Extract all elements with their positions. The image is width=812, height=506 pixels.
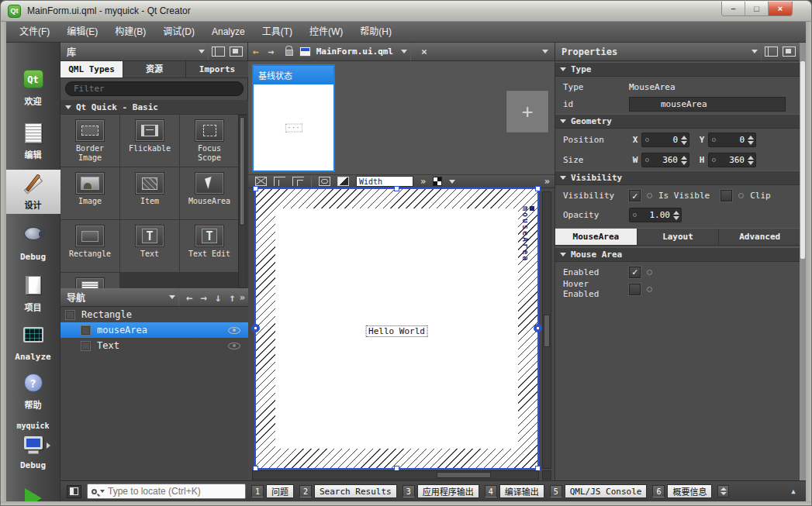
library-item-border-image[interactable]: Border Image <box>60 115 119 167</box>
menu-analyze[interactable]: Analyze <box>203 22 254 42</box>
canvas-hscrollbar[interactable] <box>252 470 539 480</box>
move-right-icon[interactable]: → <box>200 291 206 304</box>
anchor-top-icon[interactable] <box>274 177 285 186</box>
mode-debug[interactable]: Debug <box>6 219 60 265</box>
no-anchors-icon[interactable] <box>255 177 267 186</box>
x-spinbox[interactable]: 0 <box>641 133 689 147</box>
library-item-text-edit[interactable]: T Text Edit <box>180 220 239 272</box>
add-state-button[interactable]: + <box>506 90 549 133</box>
visibility-section-header[interactable]: Visibility <box>555 170 800 185</box>
output-pane-issues[interactable]: 1 问题 <box>251 484 294 498</box>
tab-mousearea[interactable]: MouseArea <box>555 229 638 245</box>
menu-tools[interactable]: 工具(T) <box>254 22 301 42</box>
resize-handle-w[interactable] <box>251 324 260 332</box>
tree-row-text[interactable]: Text <box>60 338 248 353</box>
library-item-mousearea[interactable]: MouseArea <box>180 167 239 219</box>
resize-handle-n[interactable] <box>394 186 399 191</box>
tab-qml-types[interactable]: QML Types <box>60 61 123 77</box>
output-pane-summary[interactable]: 6 概要信息 <box>652 484 712 498</box>
output-pane-app-output[interactable]: 3 应用程序输出 <box>403 484 479 498</box>
mode-welcome[interactable]: Qt 欢迎 <box>6 64 60 110</box>
tab-imports[interactable]: Imports <box>186 61 248 77</box>
library-filter-input[interactable] <box>65 81 244 96</box>
canvas-color-icon[interactable] <box>433 177 442 186</box>
library-item-item[interactable]: Item <box>120 167 179 219</box>
mouse-area-section-header[interactable]: Mouse Area <box>555 247 800 262</box>
split-panel-button[interactable] <box>765 46 778 57</box>
close-panel-button[interactable] <box>230 46 243 57</box>
properties-dropdown-icon[interactable] <box>752 50 758 53</box>
output-pane-qmljs-console[interactable]: 5 QML/JS Console <box>550 484 648 498</box>
item-visibility-checkbox[interactable] <box>81 325 91 336</box>
kit-selector[interactable]: Debug <box>6 432 60 473</box>
mode-analyze[interactable]: Analyze <box>6 319 60 365</box>
form-root-rectangle[interactable]: mouseArea Hello World <box>256 189 537 468</box>
library-scrollbar[interactable] <box>238 115 247 288</box>
toolbar-overflow-icon[interactable]: » <box>420 176 426 187</box>
w-spinbox[interactable]: 360 <box>641 153 689 167</box>
maximize-button[interactable]: □ <box>745 2 769 15</box>
library-item-focus-scope[interactable]: Focus Scope <box>180 115 239 167</box>
back-icon[interactable]: ← <box>253 46 259 57</box>
library-item-flickable[interactable]: Flickable <box>120 115 179 167</box>
binding-indicator-icon[interactable] <box>738 193 744 198</box>
library-section-header[interactable]: Qt Quick - Basic <box>60 100 248 115</box>
navigator-overflow-icon[interactable]: » <box>240 292 245 303</box>
menu-build[interactable]: 构建(B) <box>106 22 154 42</box>
tab-advanced[interactable]: Advanced <box>719 229 800 245</box>
library-item-partial[interactable] <box>60 273 119 288</box>
toggle-sidebar-button[interactable] <box>67 485 81 498</box>
library-item-rectangle[interactable]: Rectangle <box>60 220 119 272</box>
menu-file[interactable]: 文件(F) <box>11 22 58 42</box>
mode-edit[interactable]: 编辑 <box>6 118 60 164</box>
document-filename[interactable]: MainForm.ui.qml <box>316 46 393 57</box>
pane-updown-button[interactable] <box>717 485 729 497</box>
library-dropdown-icon[interactable] <box>199 50 205 53</box>
move-up-icon[interactable]: ↑ <box>229 291 235 304</box>
move-left-icon[interactable]: ← <box>186 291 192 304</box>
type-section-header[interactable]: Type <box>555 62 800 77</box>
document-dropdown-icon[interactable] <box>401 50 407 53</box>
snapping-icon[interactable] <box>319 177 330 186</box>
show-bounding-icon[interactable] <box>337 177 349 186</box>
split-panel-button[interactable] <box>212 46 225 57</box>
binding-indicator-icon[interactable] <box>647 270 652 275</box>
mode-design[interactable]: 设计 <box>6 170 60 214</box>
id-input[interactable] <box>629 97 786 112</box>
tree-row-rectangle[interactable]: Rectangle <box>60 307 248 322</box>
base-state-card[interactable]: 基线状态 ··· <box>252 64 335 172</box>
close-panel-button[interactable] <box>783 46 796 57</box>
output-pane-compile[interactable]: 4 编译输出 <box>485 484 544 498</box>
canvas-color-dropdown-icon[interactable] <box>449 180 455 184</box>
item-visibility-checkbox[interactable] <box>81 341 91 351</box>
menu-window[interactable]: 控件(W) <box>301 22 351 42</box>
locator-input[interactable] <box>108 486 241 497</box>
menu-edit[interactable]: 编辑(E) <box>58 22 106 42</box>
tab-layout[interactable]: Layout <box>638 229 720 245</box>
anchor-fill-icon[interactable] <box>292 177 304 186</box>
binding-indicator-icon[interactable] <box>647 193 652 198</box>
mode-projects[interactable]: 项目 <box>6 270 60 316</box>
eye-icon[interactable] <box>228 327 240 334</box>
item-visibility-checkbox[interactable] <box>65 310 75 320</box>
close-document-icon[interactable]: × <box>414 46 434 57</box>
resize-handle-e[interactable] <box>534 324 542 332</box>
resize-handle-ne[interactable] <box>535 186 541 191</box>
hover-enabled-checkbox[interactable] <box>629 284 641 295</box>
y-spinbox[interactable]: 0 <box>708 133 756 147</box>
editor-split-dropdown-icon[interactable] <box>542 50 548 53</box>
enabled-checkbox[interactable]: ✓ <box>629 267 641 278</box>
locator[interactable] <box>87 484 246 499</box>
opacity-spinbox[interactable]: 1.00 <box>629 208 682 222</box>
close-button[interactable]: × <box>769 2 792 15</box>
hello-world-text[interactable]: Hello World <box>365 325 428 337</box>
navigator-dropdown-icon[interactable] <box>169 295 175 299</box>
tree-row-mousearea[interactable]: mouseArea <box>60 322 248 338</box>
lock-icon[interactable] <box>285 50 293 56</box>
geometry-section-header[interactable]: Geometry <box>555 114 800 129</box>
maximize-output-button[interactable]: ▲ <box>787 486 800 497</box>
tab-resources[interactable]: 资源 <box>123 61 186 77</box>
minimize-button[interactable]: – <box>722 2 745 15</box>
move-down-icon[interactable]: ↓ <box>215 291 221 304</box>
is-visible-checkbox[interactable]: ✓ <box>629 190 641 201</box>
